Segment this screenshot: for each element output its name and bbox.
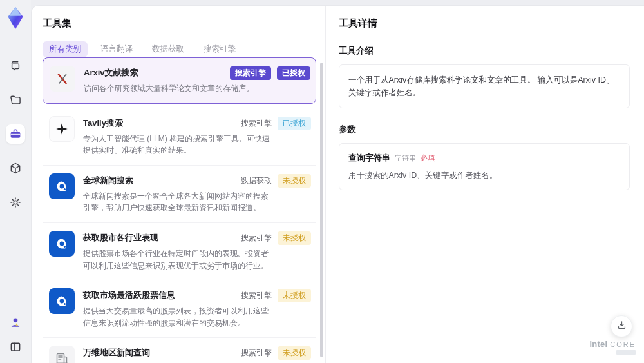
- tool-auth-badge: 未授权: [278, 346, 311, 360]
- tool-auth-badge: 已授权: [277, 66, 310, 80]
- tool-category-badge: 数据获取: [241, 175, 272, 186]
- intel-sub-badge: [616, 350, 636, 355]
- user-icon: [9, 316, 22, 329]
- folder-icon: [9, 93, 22, 106]
- tab-1[interactable]: 语言翻译: [94, 41, 139, 57]
- tool-list-title: 工具集: [43, 17, 325, 30]
- tool-auth-badge: 未授权: [278, 174, 311, 188]
- tool-cards-list: Arxiv文献搜索 访问各个研究领域大量科学论文和文章的存储库。 搜索引擎 已授…: [43, 57, 316, 363]
- list-scrollbar[interactable]: [320, 60, 323, 360]
- tool-description: 访问各个研究领域大量科学论文和文章的存储库。: [84, 83, 254, 95]
- tool-auth-badge: 未授权: [278, 289, 311, 302]
- tool-category-badge: 搜索引擎: [241, 118, 272, 129]
- region-news-icon: [49, 346, 75, 363]
- tool-detail-title: 工具详情: [339, 17, 630, 30]
- param-type: 字符串: [395, 153, 416, 163]
- stock-icon: [49, 231, 75, 257]
- tool-category-badge: 搜索引擎: [230, 66, 271, 80]
- rail-nav-items: [6, 56, 25, 212]
- tool-card-0[interactable]: Arxiv文献搜索 访问各个研究领域大量科学论文和文章的存储库。 搜索引擎 已授…: [43, 57, 316, 104]
- tool-card-1[interactable]: Tavily搜索 专为人工智能代理 (LLM) 构建的搜索引擎工具。可快速提供实…: [43, 108, 316, 166]
- param-name: 查询字符串: [348, 152, 390, 164]
- tool-category-badge: 搜索引擎: [241, 233, 272, 244]
- tool-badges: 搜索引擎 未授权: [241, 346, 311, 360]
- param-card: 查询字符串 字符串 必填 用于搜索的Arxiv ID、关键字或作者姓名。: [339, 143, 630, 190]
- chat-icon: [9, 59, 22, 72]
- params-heading: 参数: [339, 124, 630, 135]
- tool-description: 专为人工智能代理 (LLM) 构建的搜索引擎工具。可快速提供实时、准确和真实的结…: [83, 133, 271, 157]
- rail-bottom-items: [6, 314, 25, 363]
- nav-rail: [0, 0, 31, 363]
- tool-description: 提供当天交易量最高的股票列表，投资者可以利用这些信息来识别流动性强的股票和潜在的…: [83, 305, 271, 329]
- sidebar-item-chat[interactable]: [6, 56, 25, 75]
- tool-badges: 搜索引擎 未授权: [241, 231, 311, 245]
- tool-card-3[interactable]: 获取股市各行业表现 提供股票市场各个行业在特定时间段内的表现。投资者可以利用这些…: [43, 223, 316, 280]
- panel-toggle-icon: [9, 340, 22, 353]
- news-icon: [49, 173, 75, 199]
- tool-category-badge: 搜索引擎: [241, 290, 272, 301]
- tool-name: Arxiv文献搜索: [84, 67, 254, 79]
- tool-name: 万维地区新闻查询: [83, 347, 261, 358]
- param-description: 用于搜索的Arxiv ID、关键字或作者姓名。: [348, 170, 620, 181]
- tool-auth-badge: 未授权: [278, 231, 311, 245]
- tool-card-4[interactable]: 获取市场最活跃股票信息 提供当天交易量最高的股票列表，投资者可以利用这些信息来识…: [43, 280, 316, 338]
- sidebar-item-panel-toggle[interactable]: [6, 338, 25, 355]
- tool-description: 提供股票市场各个行业在特定时间段内的表现。投资者可以利用这些信息来识别表现优于或…: [83, 248, 271, 271]
- tool-list-panel: 工具集 所有类别语言翻译数据获取搜索引擎 Arxiv文献搜索 访问各个研究领域大…: [32, 6, 326, 363]
- sidebar-item-user[interactable]: [6, 314, 25, 331]
- stock-icon: [49, 288, 75, 314]
- tab-3[interactable]: 搜索引擎: [197, 41, 242, 57]
- tool-badges: 搜索引擎 已授权: [230, 66, 310, 80]
- toolbox-icon: [9, 128, 22, 141]
- settings-icon: [9, 196, 22, 209]
- tab-2[interactable]: 数据获取: [146, 41, 191, 57]
- tool-description: 全球新闻搜索是一个聚合全球各大新闻网站内容的搜索引擎，帮助用户快速获取全球最新资…: [83, 190, 271, 214]
- main-panel: 工具集 所有类别语言翻译数据获取搜索引擎 Arxiv文献搜索 访问各个研究领域大…: [31, 5, 644, 363]
- sidebar-item-toolbox[interactable]: [6, 124, 25, 144]
- tool-badges: 搜索引擎 已授权: [241, 117, 311, 130]
- tool-badges: 数据获取 未授权: [241, 174, 311, 188]
- tab-0[interactable]: 所有类别: [43, 41, 88, 57]
- tool-category-badge: 搜索引擎: [241, 348, 272, 358]
- tool-auth-badge: 已授权: [278, 117, 311, 130]
- app-logo-icon: [4, 6, 27, 30]
- sidebar-item-cube[interactable]: [6, 159, 25, 178]
- download-icon: [616, 320, 627, 333]
- list-scrollbar-thumb[interactable]: [320, 63, 323, 357]
- tool-detail-panel: 工具详情 工具介绍 一个用于从Arxiv存储库搜索科学论文和文章的工具。 输入可…: [326, 6, 644, 363]
- arxiv-icon: [50, 66, 75, 92]
- category-tabs: 所有类别语言翻译数据获取搜索引擎: [43, 41, 325, 57]
- tool-card-2[interactable]: 全球新闻搜索 全球新闻搜索是一个聚合全球各大新闻网站内容的搜索引擎，帮助用户快速…: [43, 166, 316, 223]
- tool-intro-text: 一个用于从Arxiv存储库搜索科学论文和文章的工具。 输入可以是Arxiv ID…: [339, 64, 630, 108]
- tool-card-5[interactable]: 万维地区新闻查询 查询具体行政区划内的新闻，快速了解各地新闻动态 搜索引擎 未授…: [43, 338, 316, 363]
- sidebar-item-folder[interactable]: [6, 90, 25, 110]
- cube-icon: [9, 162, 22, 175]
- param-required-label: 必填: [421, 153, 435, 163]
- sidebar-item-settings[interactable]: [6, 193, 25, 212]
- intel-core-logo: intel CORE: [589, 340, 636, 355]
- tavily-icon: [49, 116, 75, 142]
- tool-badges: 搜索引擎 未授权: [241, 289, 311, 302]
- intel-word: intel: [589, 340, 607, 348]
- core-word: CORE: [610, 341, 636, 348]
- download-button[interactable]: [611, 315, 632, 337]
- tool-intro-heading: 工具介绍: [339, 45, 630, 57]
